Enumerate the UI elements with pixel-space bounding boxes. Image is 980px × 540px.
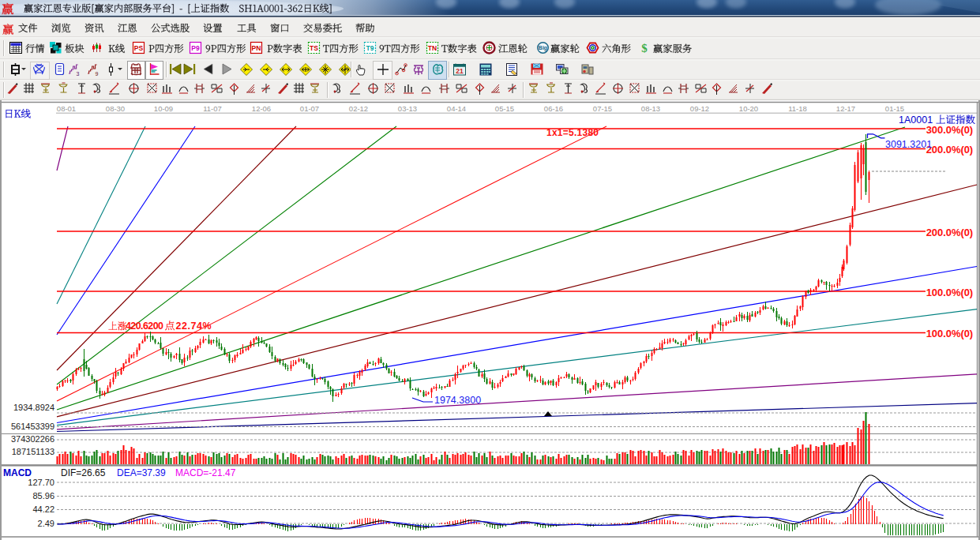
svg-text:MACD=-21.47: MACD=-21.47 bbox=[175, 467, 236, 478]
svg-text:08-13: 08-13 bbox=[641, 104, 660, 113]
svg-text:10-20: 10-20 bbox=[739, 104, 758, 113]
svg-text:03-13: 03-13 bbox=[398, 104, 417, 113]
svg-text:T9: T9 bbox=[366, 44, 374, 52]
svg-text:11-18: 11-18 bbox=[788, 104, 807, 113]
svg-text:PN: PN bbox=[252, 44, 261, 52]
svg-text:04-14: 04-14 bbox=[447, 104, 466, 113]
svg-text:44.22: 44.22 bbox=[32, 504, 54, 514]
svg-text:05-15: 05-15 bbox=[495, 104, 514, 113]
svg-text:3: 3 bbox=[77, 71, 80, 77]
svg-text:Big: Big bbox=[539, 45, 547, 51]
svg-text:300.0%(0): 300.0%(0) bbox=[926, 124, 974, 136]
svg-text:2.49: 2.49 bbox=[38, 519, 54, 528]
svg-text:08-30: 08-30 bbox=[106, 104, 125, 113]
svg-text:DIF=26.65: DIF=26.65 bbox=[61, 467, 106, 478]
svg-text:PS: PS bbox=[134, 44, 144, 52]
svg-text:12-17: 12-17 bbox=[836, 104, 855, 113]
svg-text:$: $ bbox=[641, 42, 648, 54]
svg-text:1974.3800: 1974.3800 bbox=[434, 395, 481, 406]
svg-text:200.0%(0): 200.0%(0) bbox=[926, 144, 974, 156]
svg-text:100.0%(0): 100.0%(0) bbox=[926, 287, 974, 298]
svg-text:10-09: 10-09 bbox=[154, 104, 173, 113]
svg-text:12-06: 12-06 bbox=[252, 104, 271, 113]
svg-text:07-15: 07-15 bbox=[593, 104, 612, 113]
svg-text:85.96: 85.96 bbox=[32, 491, 54, 501]
svg-text:TS: TS bbox=[310, 44, 318, 52]
svg-text:420.6200: 420.6200 bbox=[126, 321, 163, 332]
svg-text:374302266: 374302266 bbox=[11, 434, 54, 444]
svg-text:TN: TN bbox=[428, 44, 437, 52]
svg-text:100.0%(0): 100.0%(0) bbox=[926, 328, 974, 339]
svg-text:561453399: 561453399 bbox=[11, 422, 54, 431]
svg-text:1x1=5.1380: 1x1=5.1380 bbox=[546, 127, 599, 138]
svg-text:21: 21 bbox=[456, 67, 464, 75]
svg-text:02-12: 02-12 bbox=[349, 104, 368, 113]
svg-text:1A0001: 1A0001 bbox=[899, 114, 933, 126]
svg-text:08-01: 08-01 bbox=[57, 104, 76, 113]
svg-text:09-12: 09-12 bbox=[690, 104, 709, 113]
svg-text:200.0%(0): 200.0%(0) bbox=[926, 227, 974, 238]
svg-text:06-16: 06-16 bbox=[544, 104, 563, 113]
svg-text:3091.3201: 3091.3201 bbox=[885, 139, 932, 150]
svg-text:01-07: 01-07 bbox=[300, 104, 319, 113]
svg-text:P9: P9 bbox=[191, 44, 200, 52]
svg-text:9: 9 bbox=[96, 71, 99, 77]
svg-text:11-07: 11-07 bbox=[203, 104, 222, 113]
svg-text:127.70: 127.70 bbox=[28, 478, 54, 487]
svg-text:DEA=37.39: DEA=37.39 bbox=[117, 467, 166, 478]
svg-text:1934.8924: 1934.8924 bbox=[13, 403, 54, 412]
svg-text:01-15: 01-15 bbox=[885, 104, 904, 113]
svg-text:187151133: 187151133 bbox=[12, 447, 54, 456]
svg-text:22.74%: 22.74% bbox=[176, 321, 212, 332]
